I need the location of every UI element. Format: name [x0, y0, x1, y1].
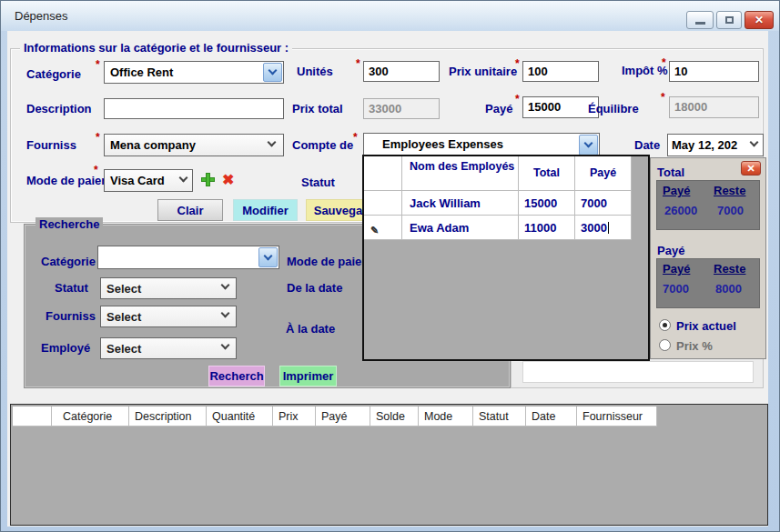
grid-col-paye[interactable]: Payé: [575, 156, 632, 191]
maximize-button[interactable]: [716, 11, 742, 29]
date-picker[interactable]: May 12, 202: [667, 134, 764, 156]
radio-prix-actuel[interactable]: [659, 319, 671, 331]
summary-total-paye-header: Payé: [663, 184, 690, 197]
grid-row1-nom[interactable]: Jack William: [402, 191, 519, 216]
impot-label: Impôt %: [622, 64, 668, 77]
results-col-paye[interactable]: Payé: [316, 407, 370, 427]
description-input[interactable]: [104, 98, 284, 119]
edit-pencil-icon: ✎: [370, 225, 379, 236]
prix-unitaire-label: Prix unitaire: [449, 65, 517, 78]
categorie-required-marker: *: [96, 58, 100, 71]
recherche-categorie-combobox[interactable]: [97, 246, 279, 269]
chevron-down-icon: [268, 138, 277, 147]
employees-grid-popup[interactable]: Nom des Employés Total Payé Jack William…: [362, 155, 650, 361]
equilibre-label: Équilibre: [588, 102, 639, 115]
grid-row2-total[interactable]: 11000: [519, 216, 575, 240]
summary-paye-reste-header: Reste: [714, 262, 745, 276]
prix-total-field: 33000: [363, 98, 440, 119]
radio-prix-pct[interactable]: [659, 339, 671, 351]
a-la-date-label: À la date: [286, 322, 335, 336]
summary-paye-title: Payé: [657, 244, 684, 257]
summary-paye-box: Payé Reste 7000 8000: [656, 258, 760, 308]
summary-total-box: Payé Reste 26000 7000: [656, 180, 760, 230]
categorie-combobox-value: Office Rent: [110, 65, 173, 79]
close-icon: ✕: [746, 164, 755, 174]
chevron-down-icon: [268, 66, 278, 75]
notes-input[interactable]: [522, 361, 754, 383]
results-col-prix[interactable]: Prix: [273, 407, 316, 427]
recherche-employe-value: Select: [106, 342, 141, 356]
grid-col-total[interactable]: Total: [519, 156, 575, 191]
compte-dropdown-button[interactable]: [579, 135, 598, 156]
titlebar[interactable]: Dépenses ✕: [1, 1, 779, 31]
results-col-mode[interactable]: Mode: [419, 407, 473, 427]
results-table[interactable]: Catégorie Description Quantité Prix Payé…: [10, 404, 768, 526]
close-button[interactable]: ✕: [745, 11, 774, 29]
mode-paiement-required-marker: *: [94, 164, 98, 176]
mode-paiement-combobox[interactable]: Visa Card: [104, 169, 193, 192]
categorie-label: Catégorie: [26, 67, 81, 81]
window-title: Dépenses: [15, 9, 68, 23]
unites-input[interactable]: 300: [363, 61, 440, 82]
de-la-date-label: De la date: [287, 281, 342, 295]
chevron-down-icon: [221, 309, 230, 318]
recherche-employe-label: Employé: [41, 341, 90, 355]
minimize-button[interactable]: [686, 11, 714, 29]
grid-row1-paye[interactable]: 7000: [575, 191, 632, 216]
chevron-down-icon: [221, 341, 230, 350]
fourniss-combobox[interactable]: Mena company: [104, 134, 284, 156]
add-button[interactable]: [200, 172, 216, 187]
prix-unitaire-required-marker: *: [515, 57, 520, 70]
grid-col-nom[interactable]: Nom des Employés: [402, 156, 519, 191]
recherche-statut-label: Statut: [55, 281, 88, 295]
recherche-mode-label: Mode de paiem: [287, 255, 365, 268]
fourniss-required-marker: *: [96, 131, 100, 144]
results-header-row: Catégorie Description Quantité Prix Payé…: [13, 407, 657, 427]
compte-combobox[interactable]: Employees Expenses: [363, 133, 600, 157]
results-col-quantite[interactable]: Quantité: [207, 407, 273, 427]
results-col-statut[interactable]: Statut: [473, 407, 526, 427]
mode-paiement-combobox-value: Visa Card: [110, 174, 165, 187]
recherch-button[interactable]: Recherch: [208, 366, 265, 386]
recherche-fourniss-value: Select: [106, 310, 141, 324]
results-col-categorie[interactable]: Catégorie: [52, 407, 129, 427]
grid-row2-nom[interactable]: Ewa Adam: [402, 216, 519, 240]
delete-button[interactable]: ✖: [222, 173, 234, 187]
impot-input[interactable]: 10: [669, 61, 759, 82]
prix-unitaire-input[interactable]: 100: [522, 61, 599, 82]
modifier-button[interactable]: Modifier: [233, 199, 298, 221]
compte-combobox-value: Employees Expenses: [382, 137, 503, 151]
summary-total-paye-value: 26000: [664, 204, 697, 217]
categorie-dropdown-button[interactable]: [263, 63, 282, 82]
recherche-categorie-dropdown-button[interactable]: [258, 247, 278, 267]
maximize-icon: [725, 16, 734, 24]
app-window: Dépenses ✕ Informations sur la catégorie…: [0, 0, 780, 532]
chevron-down-icon: [584, 139, 593, 148]
equilibre-field: 18000: [669, 96, 759, 118]
recherche-statut-combobox[interactable]: Select: [100, 277, 237, 299]
radio-prix-actuel-label: Prix actuel: [676, 319, 736, 333]
recherche-statut-value: Select: [106, 282, 141, 296]
grid-row1-header[interactable]: [364, 191, 402, 216]
recherche-employe-combobox[interactable]: Select: [100, 337, 237, 359]
results-col-description[interactable]: Description: [129, 407, 207, 427]
results-col-date[interactable]: Date: [526, 407, 577, 427]
summary-total-reste-header: Reste: [714, 184, 745, 197]
grid-row1-total[interactable]: 15000: [519, 191, 575, 216]
recherche-fourniss-combobox[interactable]: Select: [100, 306, 237, 327]
grid-row2-paye: 3000: [581, 221, 607, 235]
imprimer-button[interactable]: Imprimer: [279, 366, 337, 386]
clair-button[interactable]: Clair: [157, 199, 223, 221]
date-picker-value: May 12, 202: [672, 138, 737, 152]
description-label: Description: [26, 102, 92, 115]
results-col-fournisseur[interactable]: Fournisseur: [577, 407, 657, 427]
grid-row2-paye-cell[interactable]: 3000: [575, 216, 632, 240]
close-icon: ✕: [755, 15, 764, 25]
categorie-combobox[interactable]: Office Rent: [104, 61, 284, 84]
panel-close-button[interactable]: ✕: [741, 161, 761, 176]
results-col-solde[interactable]: Solde: [370, 407, 419, 427]
grid-row2-header[interactable]: ✎: [364, 216, 402, 240]
recherche-fourniss-label: Fourniss: [46, 309, 96, 323]
results-rowheader-cell: [13, 407, 52, 427]
chevron-down-icon: [750, 138, 759, 147]
